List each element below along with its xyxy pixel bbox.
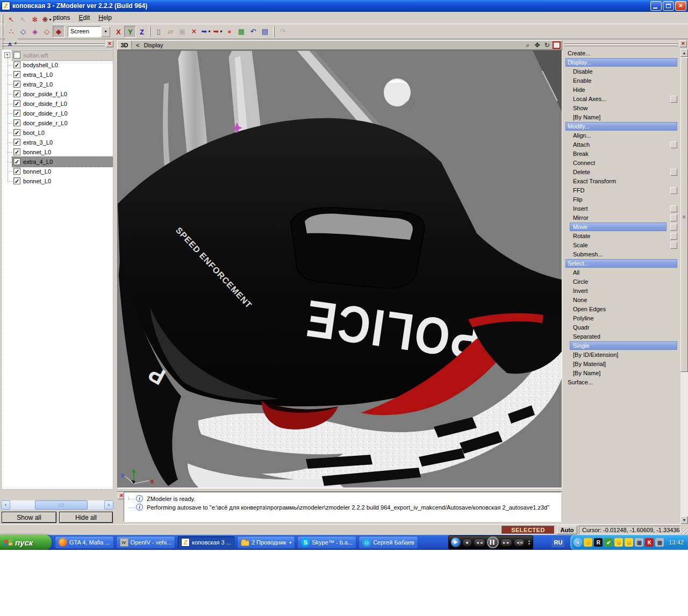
scroll-right-icon[interactable]: ›: [104, 500, 113, 510]
command-open-edges[interactable]: Open Edges: [562, 305, 680, 314]
log-splitter[interactable]: [117, 488, 562, 492]
panel-close-button[interactable]: ✕: [106, 40, 113, 47]
edges-level-icon[interactable]: ◇: [17, 26, 29, 38]
log-window-icon[interactable]: ▤: [259, 26, 271, 38]
command-polyline[interactable]: Polyline: [562, 314, 680, 323]
checkbox[interactable]: [670, 205, 677, 212]
resize-grip[interactable]: [681, 528, 687, 534]
scene-tree-panel-header[interactable]: ✕: [0, 40, 114, 48]
icq-status-icon-2[interactable]: ☺: [625, 538, 633, 547]
volume-button[interactable]: ◄)▾: [514, 539, 525, 547]
checkbox[interactable]: [670, 141, 677, 148]
command-separated[interactable]: Separated: [562, 332, 680, 341]
rockstar-icon[interactable]: R: [594, 538, 603, 547]
previous-button[interactable]: ◄◄: [474, 539, 485, 547]
zoom-icon[interactable]: ⌕: [524, 41, 532, 49]
commands-panel-header[interactable]: ✕: [562, 40, 688, 48]
close-button[interactable]: ✕: [675, 1, 686, 11]
command-create[interactable]: Create...: [562, 49, 680, 58]
checkbox[interactable]: ✓: [13, 139, 20, 146]
command-quadr[interactable]: Quadr: [562, 323, 680, 332]
checkbox[interactable]: [670, 169, 677, 176]
command-move[interactable]: Move: [562, 223, 680, 232]
task-button-сергей-бабаев[interactable]: ☺Сергей Бабаев: [359, 536, 418, 549]
minimize-button[interactable]: [650, 1, 662, 11]
icq-status-icon[interactable]: ☺: [614, 538, 623, 547]
orbit-icon[interactable]: ↻: [543, 41, 551, 49]
tree-item-door-dside-r-l0[interactable]: ✓door_dside_r_L0: [12, 109, 113, 118]
pause-button[interactable]: ▌▌: [487, 536, 499, 548]
checkbox[interactable]: [670, 96, 677, 103]
command-scale[interactable]: Scale: [562, 241, 680, 250]
tree-horizontal-scrollbar[interactable]: ‹ ›: [1, 500, 113, 510]
command-attach[interactable]: Attach: [562, 140, 680, 149]
panel-close-button[interactable]: ✕: [679, 40, 687, 47]
axis-constraint-x[interactable]: X: [112, 26, 124, 38]
checkbox[interactable]: [670, 242, 677, 249]
command-ffd[interactable]: FFD: [562, 186, 680, 195]
axis-constraint-z[interactable]: Z: [136, 26, 148, 38]
show-all-button[interactable]: Show all: [2, 512, 56, 523]
checkbox[interactable]: ✓: [13, 177, 20, 184]
vertices-level-icon[interactable]: ∴: [5, 26, 17, 38]
network-status-icon-2[interactable]: ▦: [655, 538, 664, 547]
objects-level-icon[interactable]: ◆: [53, 26, 64, 38]
command-exact-transform[interactable]: Exact Transform: [562, 177, 680, 186]
command-flip[interactable]: Flip: [562, 195, 680, 204]
material-editor-icon[interactable]: ●: [224, 26, 235, 38]
checkbox[interactable]: ✓: [13, 90, 20, 97]
command-by-material[interactable]: [By Material]: [562, 360, 680, 369]
checkbox[interactable]: [670, 224, 677, 231]
kaspersky-icon[interactable]: K: [645, 538, 654, 547]
checkbox[interactable]: ✓: [13, 71, 20, 78]
scrollbar-thumb[interactable]: [680, 58, 688, 372]
view-mode-dropdown[interactable]: Screen ▾: [68, 26, 110, 37]
surfaces-level-icon[interactable]: ◇: [41, 26, 53, 38]
tree-item-extra-4-l0[interactable]: ✓extra_4_L0: [12, 157, 113, 167]
command-align[interactable]: Align...: [562, 131, 680, 140]
tree-item-boot-l0[interactable]: ✓boot_L0: [12, 128, 113, 138]
next-button[interactable]: ►►: [500, 539, 512, 547]
checkbox[interactable]: ✓: [13, 158, 20, 165]
checkbox[interactable]: ✓: [13, 81, 20, 88]
new-file-icon[interactable]: ▯: [153, 26, 164, 38]
command-modify[interactable]: Modify...: [562, 122, 680, 131]
chevron-down-icon[interactable]: ▾: [101, 26, 110, 37]
command-enable[interactable]: Enable: [562, 76, 680, 85]
scrollbar-track[interactable]: [10, 500, 104, 510]
dropdown-arrow-icon[interactable]: ▾: [49, 17, 51, 22]
checkbox[interactable]: [670, 233, 677, 240]
command-hide[interactable]: Hide: [562, 85, 680, 95]
command-circle[interactable]: Circle: [562, 277, 680, 286]
scroll-up-icon[interactable]: ▲: [680, 49, 688, 57]
viewport-mode-button[interactable]: 3D: [118, 41, 132, 49]
scrollbar-thumb[interactable]: [35, 500, 88, 510]
undo-icon[interactable]: ↶: [247, 26, 259, 38]
command-single[interactable]: Single: [562, 341, 680, 350]
animation-tool-icon[interactable]: ✻: [29, 14, 41, 26]
bones-setup-tool-icon[interactable]: ❋▾: [41, 14, 53, 26]
command-by-name[interactable]: [By Name]: [562, 113, 680, 122]
tree-item-door-pside-f-l0[interactable]: ✓door_pside_f_L0: [12, 89, 113, 99]
tree-item-bonnet-l0[interactable]: ✓bonnet_L0: [12, 176, 113, 186]
task-button-skype-b-a[interactable]: SSkype™ - b.a...: [297, 536, 356, 549]
command-insert[interactable]: Insert: [562, 204, 680, 213]
checkbox[interactable]: ✓: [13, 110, 20, 117]
tree-item-extra-2-l0[interactable]: ✓extra_2_L0: [12, 80, 113, 89]
select-move-tool-icon[interactable]: ↖: [5, 14, 17, 26]
command-submesh[interactable]: Submesh...: [562, 250, 680, 259]
tray-collapse-icon[interactable]: ‹: [574, 538, 582, 547]
messenger-icon[interactable]: ☼: [584, 538, 592, 547]
tree-item-door-dside-f-l0[interactable]: ✓door_dside_f_L0: [12, 99, 113, 109]
car-3d-render[interactable]: SPEED ENFORCEMENT POLICE P: [118, 51, 562, 488]
select-add-tool-icon[interactable]: ↖: [17, 14, 29, 26]
checkbox[interactable]: ✓: [13, 119, 20, 126]
import-icon[interactable]: ➥▾: [212, 26, 224, 38]
restore-button[interactable]: [663, 1, 674, 11]
open-file-icon[interactable]: ▱: [164, 26, 176, 38]
chevron-down-icon[interactable]: ▾: [289, 540, 291, 545]
tree-item-root[interactable]: + sultan.wft: [12, 51, 113, 60]
polygons-level-icon[interactable]: ◈: [29, 26, 41, 38]
command-surface[interactable]: Surface...: [562, 378, 680, 387]
command-disable[interactable]: Disable: [562, 67, 680, 76]
